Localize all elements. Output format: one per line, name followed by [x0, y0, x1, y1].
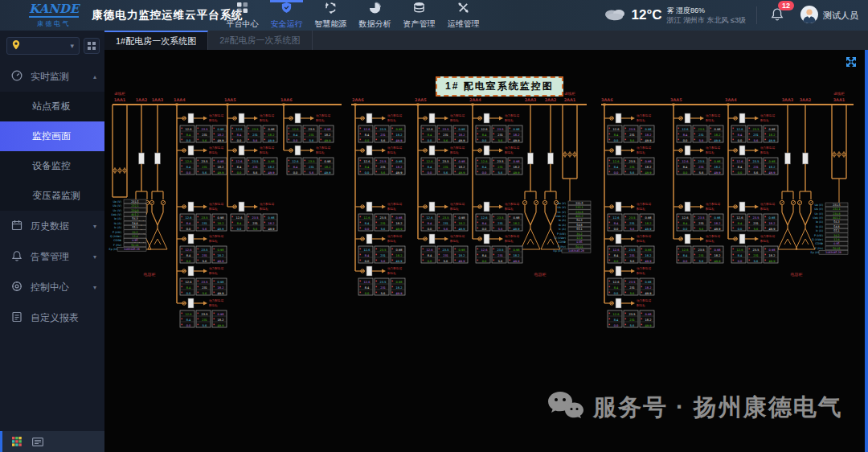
svg-text:1083645.28: 1083645.28 [124, 248, 140, 251]
feeder-unit[interactable]: 动力配电箱配电柜12.68.40.023.52315.60.9818.249.9 [355, 202, 405, 231]
svg-text:配电柜: 配电柜 [637, 119, 645, 122]
vertical-scrollbar[interactable] [865, 50, 868, 452]
nav-item-operations[interactable]: 运维管理 [441, 0, 485, 31]
kande-logo: KANDE 康德电气 [29, 3, 79, 28]
sidebar: ▾ 实时监测 ▴ 站点看板 监控画面 设备监控 变压器监测 历史数据 ▾ [0, 31, 104, 452]
user-menu[interactable]: 测试人员 [800, 6, 858, 25]
sidebar-item-station-dashboard[interactable]: 站点看板 [0, 92, 104, 121]
svg-text:5.6: 5.6 [444, 228, 448, 231]
feeder-unit[interactable]: 动力配电箱配电柜12.68.40.023.52315.60.9818.249.9 [284, 113, 334, 142]
station-grid-button[interactable] [84, 38, 100, 54]
nav-item-asset-management[interactable]: 资产管理 [397, 0, 441, 31]
svg-text:231.5: 231.5 [131, 200, 138, 203]
sidebar-item-transformer-monitoring[interactable]: 变压器监测 [0, 181, 104, 211]
feeder-unit[interactable]: 动力配电箱配电柜12.68.40.023.52315.60.9818.249.9 [177, 146, 227, 175]
svg-text:231: 231 [202, 134, 207, 137]
feeder-unit[interactable]: 动力配电箱配电柜12.68.40.023.52315.60.9818.249.9 [674, 202, 723, 231]
feeder-unit[interactable]: 动力配电箱配电柜12.68.40.023.52315.60.9818.249.9 [227, 146, 277, 175]
feeder-unit[interactable]: 动力配电箱配电柜12.68.40.023.52315.60.9818.249.9 [604, 234, 654, 263]
svg-text:5.6: 5.6 [699, 228, 704, 231]
feeder-unit[interactable]: 动力配电箱配电柜12.68.40.023.52315.60.9818.249.9 [284, 146, 334, 175]
svg-text:Uab (V): Uab (V) [555, 215, 566, 218]
svg-text:49.9: 49.9 [218, 292, 224, 295]
nav-item-smart-energy[interactable]: 智慧能源 [309, 0, 353, 31]
feeder-unit[interactable]: 动力配电箱配电柜12.68.40.023.52315.60.9818.249.9 [604, 266, 654, 295]
svg-text:0.0: 0.0 [738, 260, 743, 263]
feeder-unit[interactable]: 动力配电箱配电柜12.68.40.023.52315.60.9818.249.9 [177, 298, 227, 327]
sidebar-item-history-data[interactable]: 历史数据 ▾ [0, 211, 104, 241]
feeder-unit[interactable]: 动力配电箱配电柜12.68.40.023.52315.60.9818.249.9 [473, 146, 522, 175]
svg-text:Ub (V): Ub (V) [113, 204, 121, 208]
notification-bell[interactable]: 12 [771, 7, 784, 24]
svg-text:5.6: 5.6 [630, 171, 635, 175]
nav-item-data-analysis[interactable]: 数据分析 [353, 0, 397, 31]
svg-text:8.4: 8.4 [293, 134, 298, 137]
sidebar-item-device-monitoring[interactable]: 设备监控 [0, 151, 104, 181]
feeder-unit[interactable]: 动力配电箱配电柜12.68.40.023.52315.60.9818.249.9 [418, 113, 468, 142]
station-select[interactable]: ▾ [6, 37, 80, 55]
sidebar-item-custom-report[interactable]: 自定义报表 [0, 302, 104, 333]
svg-text:5.6: 5.6 [203, 260, 207, 263]
svg-text:12.6: 12.6 [364, 160, 371, 163]
svg-text:动力配电箱: 动力配电箱 [760, 202, 775, 206]
feeder-unit[interactable]: 动力配电箱配电柜12.68.40.023.52315.60.9818.249.9 [177, 113, 227, 142]
feeder-unit[interactable]: 动力配电箱配电柜12.68.40.023.52315.60.9818.249.9 [473, 113, 522, 142]
feeder-unit[interactable]: 动力配电箱配电柜12.68.40.023.52315.60.9818.249.9 [418, 234, 468, 263]
sidebar-item-realtime-monitoring[interactable]: 实时监测 ▴ [0, 61, 104, 92]
tab-2-distribution-room[interactable]: 2#配电房一次系统图 [208, 31, 312, 50]
feeder-unit[interactable]: 动力配电箱配电柜12.68.40.023.52315.60.9818.249.9 [177, 266, 227, 295]
feeder-unit[interactable]: 动力配电箱配电柜12.68.40.023.52315.60.9818.249.9 [674, 146, 723, 175]
sidebar-item-control-center[interactable]: 控制中心 ▾ [0, 272, 104, 302]
svg-text:49.9: 49.9 [645, 260, 652, 263]
feeder-unit[interactable]: 动力配电箱配电柜12.68.40.023.52315.60.9818.249.9 [177, 202, 227, 231]
svg-text:54.8: 54.8 [833, 225, 839, 228]
feeder-unit[interactable]: 动力配电箱配电柜12.68.40.023.52315.60.9818.249.9 [604, 298, 654, 327]
feeder-unit[interactable]: 动力配电箱配电柜12.68.40.023.52315.60.9818.249.9 [355, 146, 405, 175]
nav-item-safe-operation[interactable]: 安全运行 [264, 0, 309, 31]
svg-text:23.5: 23.5 [629, 281, 636, 284]
tab-1-distribution-room[interactable]: 1#配电房一次系统图 [104, 31, 208, 50]
feeder-unit[interactable]: 动力配电箱配电柜12.68.40.023.52315.60.9818.249.9 [418, 146, 468, 175]
svg-text:231: 231 [629, 254, 635, 257]
fullscreen-icon[interactable] [845, 55, 858, 72]
feeder-unit[interactable]: 动力配电箱配电柜12.68.40.023.52315.60.9818.249.9 [728, 113, 778, 142]
feeder-unit[interactable]: 动力配电箱配电柜12.68.40.023.52315.60.9818.249.9 [728, 146, 778, 175]
sidebar-item-monitoring-screen[interactable]: 监控画面 [0, 121, 104, 151]
feeder-unit[interactable]: 动力配电箱配电柜12.68.40.023.52315.60.9818.249.9 [604, 146, 654, 175]
feeder-unit[interactable]: 动力配电箱配电柜12.68.40.023.52315.60.9818.249.9 [728, 202, 778, 231]
feeder-unit[interactable]: 动力配电箱配电柜12.68.40.023.52315.60.9818.249.9 [473, 234, 522, 263]
svg-text:0.0: 0.0 [365, 228, 370, 231]
svg-text:12.6: 12.6 [682, 249, 689, 252]
feeder-unit[interactable]: 动力配电箱配电柜12.68.40.023.52315.60.9818.249.9 [355, 113, 405, 142]
feeder-unit[interactable]: 动力配电箱配电柜12.68.40.023.52315.60.9818.249.9 [355, 266, 405, 295]
svg-text:配电柜: 配电柜 [706, 208, 714, 211]
svg-text:动力配电箱: 动力配电箱 [387, 146, 402, 150]
feeder-unit[interactable]: 动力配电箱配电柜12.68.40.023.52315.60.9818.249.9 [227, 202, 277, 231]
svg-text:23.5: 23.5 [753, 249, 760, 252]
svg-text:动力配电箱: 动力配电箱 [387, 113, 402, 117]
svg-text:23.5: 23.5 [443, 160, 449, 163]
feeder-unit[interactable]: 动力配电箱配电柜12.68.40.023.52315.60.9818.249.9 [728, 234, 778, 263]
feeder-unit[interactable]: 动力配电箱配电柜12.68.40.023.52315.60.9818.249.9 [355, 234, 405, 263]
feeder-unit[interactable]: 动力配电箱配电柜12.68.40.023.52315.60.9818.249.9 [473, 202, 522, 231]
menu-list-icon[interactable] [32, 438, 43, 446]
feeder-unit[interactable]: 动力配电箱配电柜12.68.40.023.52315.60.9818.249.9 [604, 113, 654, 142]
feeder-unit[interactable]: 动力配电箱配电柜12.68.40.023.52315.60.9818.249.9 [227, 113, 277, 142]
svg-text:0.98: 0.98 [769, 160, 776, 163]
feeder-unit[interactable]: 动力配电箱配电柜12.68.40.023.52315.60.9818.249.9 [674, 113, 723, 142]
svg-text:电容柜: 电容柜 [534, 272, 547, 277]
feeder-unit[interactable]: 动力配电箱配电柜12.68.40.023.52315.60.9818.249.9 [604, 202, 654, 231]
theme-palette-icon[interactable] [12, 437, 23, 446]
nav-item-platform-center[interactable]: 平台中心 [220, 0, 264, 31]
sidebar-item-alarm-management[interactable]: 告警管理 ▾ [0, 241, 104, 272]
wechat-icon [547, 391, 583, 425]
feeder-unit[interactable]: 动力配电箱配电柜12.68.40.023.52315.60.9818.249.9 [177, 234, 227, 263]
sidebar-footer [0, 431, 104, 452]
svg-text:23.5: 23.5 [252, 160, 259, 163]
svg-text:0.98: 0.98 [396, 249, 403, 252]
feeder-unit[interactable]: 动力配电箱配电柜12.68.40.023.52315.60.9818.249.9 [418, 202, 468, 231]
svg-text:0.0: 0.0 [683, 171, 688, 175]
svg-text:0.0: 0.0 [186, 228, 191, 231]
feeder-unit[interactable]: 动力配电箱配电柜12.68.40.023.52315.60.9818.249.9 [674, 234, 723, 263]
svg-text:5.6: 5.6 [754, 260, 759, 263]
